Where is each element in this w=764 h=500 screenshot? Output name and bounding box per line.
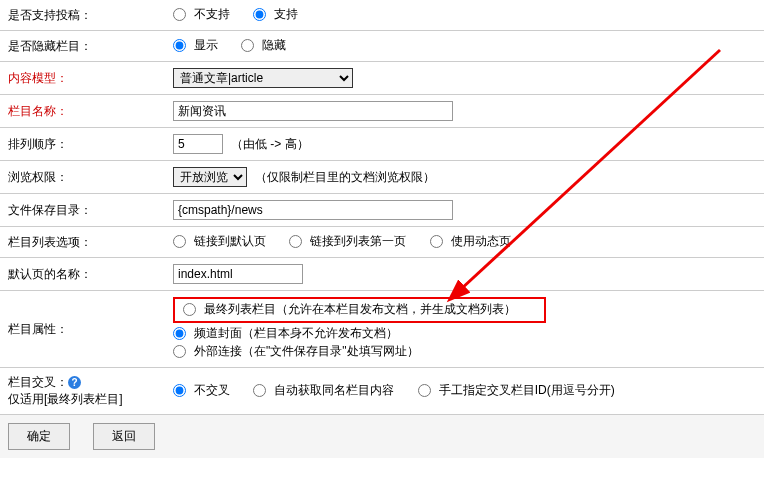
label-submission: 是否支持投稿：: [0, 0, 165, 31]
radio-link-first[interactable]: 链接到列表第一页: [289, 233, 406, 250]
radio-no-cross[interactable]: 不交叉: [173, 382, 230, 399]
hint-order: （由低 -> 高）: [231, 137, 309, 151]
ok-button[interactable]: 确定: [8, 423, 70, 450]
label-hidden: 是否隐藏栏目：: [0, 31, 165, 62]
radio-manual-cross[interactable]: 手工指定交叉栏目ID(用逗号分开): [418, 382, 615, 399]
label-order: 排列顺序：: [0, 128, 165, 161]
label-cross: 栏目交叉：? 仅适用[最终列表栏目]: [0, 368, 165, 415]
radio-no-submit[interactable]: 不支持: [173, 6, 230, 23]
button-row: 确定 返回: [0, 415, 764, 458]
label-name: 栏目名称：: [0, 95, 165, 128]
radio-submit[interactable]: 支持: [253, 6, 298, 23]
radio-final-list[interactable]: 最终列表栏目（允许在本栏目发布文档，并生成文档列表）: [183, 301, 516, 318]
hint-browse: （仅限制栏目里的文档浏览权限）: [255, 170, 435, 184]
input-order[interactable]: [173, 134, 223, 154]
back-button[interactable]: 返回: [93, 423, 155, 450]
select-model[interactable]: 普通文章|article: [173, 68, 353, 88]
label-model: 内容模型：: [0, 62, 165, 95]
label-defaultpage: 默认页的名称：: [0, 258, 165, 291]
label-browse: 浏览权限：: [0, 161, 165, 194]
radio-show[interactable]: 显示: [173, 37, 218, 54]
input-name[interactable]: [173, 101, 453, 121]
label-savepath: 文件保存目录：: [0, 194, 165, 227]
radio-auto-cross[interactable]: 自动获取同名栏目内容: [253, 382, 394, 399]
input-savepath[interactable]: [173, 200, 453, 220]
radio-hide[interactable]: 隐藏: [241, 37, 286, 54]
highlighted-option: 最终列表栏目（允许在本栏目发布文档，并生成文档列表）: [173, 297, 546, 323]
settings-form: 是否支持投稿： 不支持 支持 是否隐藏栏目： 显示 隐藏 内容模型： 普通文章|…: [0, 0, 764, 415]
sublabel-cross: 仅适用[最终列表栏目]: [8, 392, 123, 406]
radio-dynamic[interactable]: 使用动态页: [430, 233, 511, 250]
input-defaultpage[interactable]: [173, 264, 303, 284]
label-attr: 栏目属性：: [0, 291, 165, 368]
label-listopt: 栏目列表选项：: [0, 227, 165, 258]
select-browse[interactable]: 开放浏览: [173, 167, 247, 187]
radio-external-link[interactable]: 外部连接（在"文件保存目录"处填写网址）: [173, 343, 419, 360]
help-icon[interactable]: ?: [68, 376, 81, 389]
radio-channel-cover[interactable]: 频道封面（栏目本身不允许发布文档）: [173, 325, 398, 342]
radio-link-default[interactable]: 链接到默认页: [173, 233, 266, 250]
